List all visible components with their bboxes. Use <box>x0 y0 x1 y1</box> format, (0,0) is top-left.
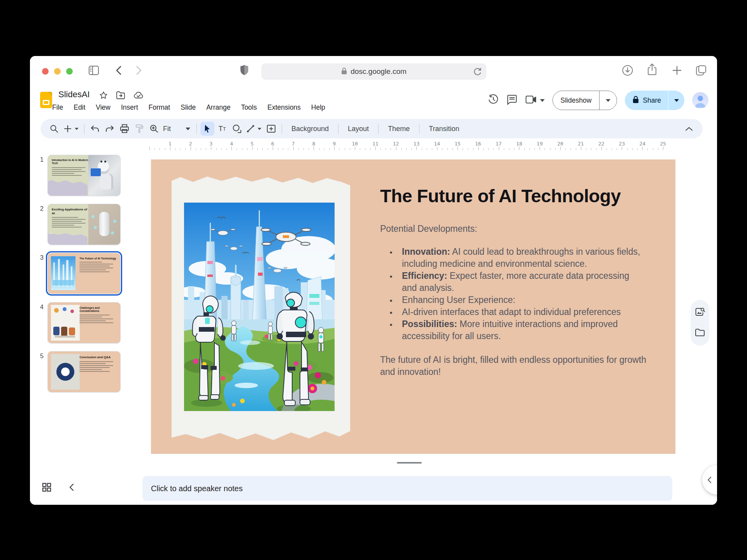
slide-thumbnail-1[interactable]: Introduction to AI in Modern Tech <box>47 155 121 196</box>
menu-slide[interactable]: Slide <box>181 103 196 112</box>
line-tool[interactable] <box>245 122 263 136</box>
sidebar-toggle-icon[interactable] <box>88 65 99 75</box>
menu-help[interactable]: Help <box>311 103 325 112</box>
move-folder-icon[interactable] <box>116 91 125 101</box>
print-icon[interactable] <box>117 122 132 136</box>
minimize-button[interactable] <box>54 68 61 75</box>
collapse-filmstrip-icon[interactable] <box>69 483 74 493</box>
downloads-icon[interactable] <box>622 65 633 76</box>
search-menus-icon[interactable] <box>47 122 61 136</box>
thumbnail-number: 1 <box>40 156 44 163</box>
slide-thumbnail-4[interactable]: Challenges and Considerations <box>47 302 121 343</box>
folder-icon[interactable] <box>695 328 705 338</box>
menu-edit[interactable]: Edit <box>74 103 85 112</box>
share-label: Share <box>643 96 661 105</box>
slides-toolbar: Fit TT Background Layout Theme Transitio… <box>40 119 703 138</box>
zoom-button[interactable] <box>66 68 73 75</box>
menu-tools[interactable]: Tools <box>241 103 257 112</box>
redo-icon[interactable] <box>103 122 117 136</box>
slide-closing-text[interactable]: The future of AI is bright, filled with … <box>380 354 656 378</box>
document-title[interactable]: SlidesAI <box>58 89 90 100</box>
thumbnail-1-title: Introduction to AI in Modern Tech <box>52 159 89 165</box>
slide-thumbnail-3-selected[interactable]: The Future of AI Technology <box>47 253 121 294</box>
grid-view-icon[interactable] <box>42 482 52 494</box>
share-button[interactable]: Share <box>625 91 684 110</box>
thumbnail-3-title: The Future of AI Technology <box>79 257 117 260</box>
insert-image-tool[interactable] <box>264 122 278 136</box>
menu-format[interactable]: Format <box>149 103 170 112</box>
text-box-tool[interactable]: TT <box>215 122 229 136</box>
meet-camera-icon[interactable] <box>525 95 537 106</box>
browser-window: dosc.google.com SlidesAI <box>30 56 717 505</box>
new-tab-icon[interactable] <box>672 65 682 75</box>
account-avatar[interactable] <box>692 92 708 108</box>
slide-image[interactable] <box>184 203 335 411</box>
background-button[interactable]: Background <box>285 125 335 133</box>
slide-intro[interactable]: Potential Developments: <box>380 224 668 234</box>
menu-view[interactable]: View <box>96 103 110 112</box>
slide-bullet-list[interactable]: Innovation: AI could lead to breakthroug… <box>380 246 645 342</box>
version-history-icon[interactable] <box>488 94 499 107</box>
close-button[interactable] <box>42 68 49 75</box>
menu-bar: File Edit View Insert Format Slide Arran… <box>52 103 325 112</box>
undo-icon[interactable] <box>88 122 102 136</box>
slideshow-dropdown[interactable] <box>600 91 617 110</box>
comments-icon[interactable] <box>507 94 517 107</box>
star-icon[interactable] <box>99 91 108 101</box>
current-slide[interactable]: The Future of AI Technology Potential De… <box>151 159 675 454</box>
reload-icon[interactable] <box>473 67 482 78</box>
camera-dropdown-caret[interactable] <box>540 99 545 102</box>
forward-button[interactable] <box>136 66 142 75</box>
theme-button[interactable]: Theme <box>382 125 416 133</box>
tab-overview-icon[interactable] <box>695 65 707 76</box>
new-slide-caret[interactable] <box>75 128 79 130</box>
slides-logo-icon[interactable] <box>40 92 52 108</box>
horizontal-ruler[interactable]: 1234567891011121314151617181920212223242… <box>130 141 698 150</box>
bullet-item: Enhancing User Experience: <box>389 294 645 306</box>
thumbnail-number: 5 <box>40 353 44 360</box>
select-tool[interactable] <box>200 122 214 136</box>
torn-paper-frame <box>172 174 350 443</box>
thumbnail-number: 4 <box>40 304 44 311</box>
back-button[interactable] <box>116 66 122 75</box>
bullet-item: Possibilities: More intuitive interactio… <box>389 318 645 342</box>
share-sheet-icon[interactable] <box>647 63 657 76</box>
shape-tool[interactable] <box>230 122 244 136</box>
thumbnail-number: 2 <box>40 205 44 212</box>
side-panel-tools <box>691 300 709 346</box>
bullet-item: AI-driven interfaces that adapt to indiv… <box>389 306 645 318</box>
menu-extensions[interactable]: Extensions <box>267 103 301 112</box>
transition-button[interactable]: Transition <box>423 125 465 133</box>
horizontal-scroll-indicator[interactable] <box>397 462 422 464</box>
thumbnail-1-image <box>88 155 120 196</box>
share-dropdown[interactable] <box>668 91 684 110</box>
line-tool-caret[interactable] <box>258 128 261 130</box>
zoom-fit-select[interactable]: Fit <box>161 125 193 133</box>
layout-button[interactable]: Layout <box>342 125 375 133</box>
share-lock-icon <box>633 96 639 105</box>
menu-file[interactable]: File <box>52 103 63 112</box>
speaker-notes-input[interactable]: Click to add speaker notes <box>142 476 672 501</box>
zoom-in-icon[interactable] <box>147 122 161 136</box>
bottom-bar: Click to add speaker notes <box>30 472 717 505</box>
image-search-icon[interactable] <box>695 307 705 318</box>
new-slide-button[interactable] <box>62 122 81 136</box>
cloud-saved-icon[interactable] <box>133 91 144 101</box>
slide-title[interactable]: The Future of AI Technology <box>380 185 668 206</box>
bullet-item: Efficiency: Expect faster, more accurate… <box>389 270 645 294</box>
menu-insert[interactable]: Insert <box>121 103 138 112</box>
app-header: SlidesAI File Edit View Insert Format Sl… <box>30 85 717 117</box>
slideshow-label: Slideshow <box>553 96 600 105</box>
slideshow-button[interactable]: Slideshow <box>552 91 617 110</box>
paint-format-icon[interactable] <box>132 122 146 136</box>
thumbnail-5-image <box>51 354 80 390</box>
slide-canvas[interactable]: The Future of AI Technology Potential De… <box>130 150 717 472</box>
slide-thumbnail-2[interactable]: Exciting Applications of AI <box>47 204 121 245</box>
address-bar[interactable]: dosc.google.com <box>261 63 486 80</box>
thumbnail-5-title: Conclusion and Q&A <box>79 355 117 359</box>
collapse-toolbar-icon[interactable] <box>682 122 696 136</box>
privacy-shield-icon[interactable] <box>240 65 249 75</box>
browser-toolbar: dosc.google.com <box>30 56 717 85</box>
menu-arrange[interactable]: Arrange <box>206 103 230 112</box>
slide-thumbnail-5[interactable]: Conclusion and Q&A <box>47 351 121 392</box>
